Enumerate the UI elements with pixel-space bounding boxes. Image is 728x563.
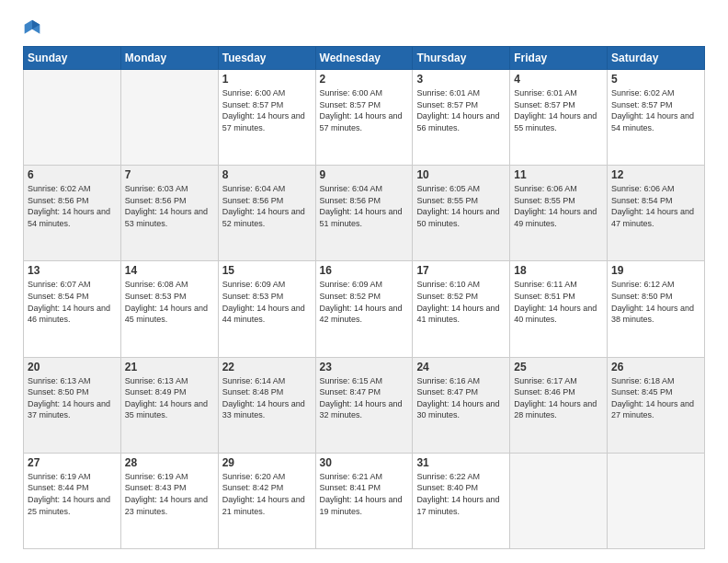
calendar-cell: 5Sunrise: 6:02 AM Sunset: 8:57 PM Daylig… <box>608 70 705 166</box>
day-info: Sunrise: 6:08 AM Sunset: 8:53 PM Dayligh… <box>125 279 214 325</box>
day-number: 25 <box>514 361 603 373</box>
calendar-cell: 8Sunrise: 6:04 AM Sunset: 8:56 PM Daylig… <box>218 166 315 261</box>
logo <box>23 18 45 37</box>
calendar-cell: 29Sunrise: 6:20 AM Sunset: 8:42 PM Dayli… <box>218 453 315 548</box>
day-info: Sunrise: 6:02 AM Sunset: 8:56 PM Dayligh… <box>28 183 117 229</box>
day-info: Sunrise: 6:06 AM Sunset: 8:55 PM Dayligh… <box>514 183 603 229</box>
day-number: 6 <box>28 168 117 181</box>
calendar-cell: 16Sunrise: 6:09 AM Sunset: 8:52 PM Dayli… <box>315 261 413 357</box>
day-info: Sunrise: 6:14 AM Sunset: 8:48 PM Dayligh… <box>222 375 312 421</box>
day-info: Sunrise: 6:09 AM Sunset: 8:53 PM Dayligh… <box>222 279 312 325</box>
calendar-cell: 18Sunrise: 6:11 AM Sunset: 8:51 PM Dayli… <box>510 261 608 357</box>
calendar-cell: 7Sunrise: 6:03 AM Sunset: 8:56 PM Daylig… <box>120 166 218 261</box>
calendar-week-row: 20Sunrise: 6:13 AM Sunset: 8:50 PM Dayli… <box>24 357 705 453</box>
day-info: Sunrise: 6:05 AM Sunset: 8:55 PM Dayligh… <box>416 183 506 229</box>
calendar-cell: 19Sunrise: 6:12 AM Sunset: 8:50 PM Dayli… <box>608 261 705 357</box>
day-number: 19 <box>611 264 700 277</box>
calendar-header-row: SundayMondayTuesdayWednesdayThursdayFrid… <box>24 47 705 70</box>
day-number: 1 <box>222 73 312 86</box>
day-number: 18 <box>514 264 603 277</box>
day-info: Sunrise: 6:06 AM Sunset: 8:54 PM Dayligh… <box>611 183 700 229</box>
calendar-cell: 13Sunrise: 6:07 AM Sunset: 8:54 PM Dayli… <box>24 261 121 357</box>
day-info: Sunrise: 6:00 AM Sunset: 8:57 PM Dayligh… <box>222 87 312 133</box>
day-info: Sunrise: 6:22 AM Sunset: 8:40 PM Dayligh… <box>416 471 506 517</box>
calendar-header-friday: Friday <box>510 47 608 70</box>
calendar-cell: 26Sunrise: 6:18 AM Sunset: 8:45 PM Dayli… <box>608 357 705 453</box>
calendar-header-saturday: Saturday <box>608 47 705 70</box>
calendar-header-monday: Monday <box>120 47 218 70</box>
day-info: Sunrise: 6:21 AM Sunset: 8:41 PM Dayligh… <box>320 471 409 517</box>
day-number: 11 <box>514 168 603 181</box>
header <box>23 18 705 37</box>
day-number: 27 <box>28 456 117 469</box>
day-info: Sunrise: 6:10 AM Sunset: 8:52 PM Dayligh… <box>416 279 506 325</box>
calendar-cell: 4Sunrise: 6:01 AM Sunset: 8:57 PM Daylig… <box>510 70 608 166</box>
calendar-cell: 28Sunrise: 6:19 AM Sunset: 8:43 PM Dayli… <box>120 453 218 548</box>
day-number: 2 <box>320 73 409 86</box>
day-number: 17 <box>416 264 506 277</box>
day-number: 21 <box>125 361 214 373</box>
calendar-week-row: 1Sunrise: 6:00 AM Sunset: 8:57 PM Daylig… <box>24 70 705 166</box>
day-info: Sunrise: 6:17 AM Sunset: 8:46 PM Dayligh… <box>514 375 603 421</box>
calendar-week-row: 6Sunrise: 6:02 AM Sunset: 8:56 PM Daylig… <box>24 166 705 261</box>
calendar-header-wednesday: Wednesday <box>315 47 413 70</box>
calendar-cell: 1Sunrise: 6:00 AM Sunset: 8:57 PM Daylig… <box>218 70 315 166</box>
page: SundayMondayTuesdayWednesdayThursdayFrid… <box>0 0 728 563</box>
day-number: 28 <box>125 456 214 469</box>
calendar-cell <box>24 70 121 166</box>
day-number: 20 <box>28 361 117 373</box>
day-info: Sunrise: 6:13 AM Sunset: 8:50 PM Dayligh… <box>28 375 117 421</box>
day-info: Sunrise: 6:15 AM Sunset: 8:47 PM Dayligh… <box>320 375 409 421</box>
calendar-cell: 21Sunrise: 6:13 AM Sunset: 8:49 PM Dayli… <box>120 357 218 453</box>
calendar-cell: 17Sunrise: 6:10 AM Sunset: 8:52 PM Dayli… <box>413 261 510 357</box>
calendar-cell: 10Sunrise: 6:05 AM Sunset: 8:55 PM Dayli… <box>413 166 510 261</box>
day-number: 22 <box>222 361 312 373</box>
calendar: SundayMondayTuesdayWednesdayThursdayFrid… <box>23 46 705 549</box>
day-number: 9 <box>320 168 409 181</box>
calendar-cell: 14Sunrise: 6:08 AM Sunset: 8:53 PM Dayli… <box>120 261 218 357</box>
day-number: 14 <box>125 264 214 277</box>
calendar-cell: 23Sunrise: 6:15 AM Sunset: 8:47 PM Dayli… <box>315 357 413 453</box>
day-info: Sunrise: 6:04 AM Sunset: 8:56 PM Dayligh… <box>320 183 409 229</box>
calendar-cell: 15Sunrise: 6:09 AM Sunset: 8:53 PM Dayli… <box>218 261 315 357</box>
day-number: 12 <box>611 168 700 181</box>
day-number: 8 <box>222 168 312 181</box>
calendar-header-sunday: Sunday <box>24 47 121 70</box>
calendar-week-row: 27Sunrise: 6:19 AM Sunset: 8:44 PM Dayli… <box>24 453 705 548</box>
calendar-header-thursday: Thursday <box>413 47 510 70</box>
day-info: Sunrise: 6:02 AM Sunset: 8:57 PM Dayligh… <box>611 87 700 133</box>
day-info: Sunrise: 6:16 AM Sunset: 8:47 PM Dayligh… <box>416 375 506 421</box>
day-info: Sunrise: 6:01 AM Sunset: 8:57 PM Dayligh… <box>416 87 506 133</box>
calendar-cell: 20Sunrise: 6:13 AM Sunset: 8:50 PM Dayli… <box>24 357 121 453</box>
calendar-cell: 12Sunrise: 6:06 AM Sunset: 8:54 PM Dayli… <box>608 166 705 261</box>
day-info: Sunrise: 6:18 AM Sunset: 8:45 PM Dayligh… <box>611 375 700 421</box>
calendar-cell: 11Sunrise: 6:06 AM Sunset: 8:55 PM Dayli… <box>510 166 608 261</box>
day-info: Sunrise: 6:00 AM Sunset: 8:57 PM Dayligh… <box>320 87 409 133</box>
calendar-cell <box>608 453 705 548</box>
logo-icon <box>23 18 41 37</box>
day-info: Sunrise: 6:19 AM Sunset: 8:43 PM Dayligh… <box>125 471 214 517</box>
calendar-cell: 22Sunrise: 6:14 AM Sunset: 8:48 PM Dayli… <box>218 357 315 453</box>
calendar-cell <box>120 70 218 166</box>
calendar-cell: 27Sunrise: 6:19 AM Sunset: 8:44 PM Dayli… <box>24 453 121 548</box>
day-info: Sunrise: 6:01 AM Sunset: 8:57 PM Dayligh… <box>514 87 603 133</box>
day-info: Sunrise: 6:13 AM Sunset: 8:49 PM Dayligh… <box>125 375 214 421</box>
day-number: 16 <box>320 264 409 277</box>
day-info: Sunrise: 6:11 AM Sunset: 8:51 PM Dayligh… <box>514 279 603 325</box>
calendar-cell: 31Sunrise: 6:22 AM Sunset: 8:40 PM Dayli… <box>413 453 510 548</box>
day-number: 7 <box>125 168 214 181</box>
calendar-cell <box>510 453 608 548</box>
day-number: 26 <box>611 361 700 373</box>
day-info: Sunrise: 6:07 AM Sunset: 8:54 PM Dayligh… <box>28 279 117 325</box>
day-info: Sunrise: 6:09 AM Sunset: 8:52 PM Dayligh… <box>320 279 409 325</box>
day-info: Sunrise: 6:04 AM Sunset: 8:56 PM Dayligh… <box>222 183 312 229</box>
calendar-cell: 30Sunrise: 6:21 AM Sunset: 8:41 PM Dayli… <box>315 453 413 548</box>
calendar-header-tuesday: Tuesday <box>218 47 315 70</box>
calendar-cell: 3Sunrise: 6:01 AM Sunset: 8:57 PM Daylig… <box>413 70 510 166</box>
day-number: 23 <box>320 361 409 373</box>
day-info: Sunrise: 6:12 AM Sunset: 8:50 PM Dayligh… <box>611 279 700 325</box>
day-number: 31 <box>416 456 506 469</box>
day-number: 15 <box>222 264 312 277</box>
day-number: 29 <box>222 456 312 469</box>
day-info: Sunrise: 6:19 AM Sunset: 8:44 PM Dayligh… <box>28 471 117 517</box>
